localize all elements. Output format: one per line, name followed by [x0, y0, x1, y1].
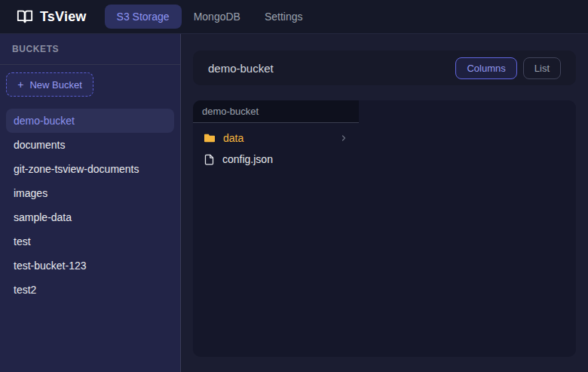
- current-bucket-title: demo-bucket: [208, 62, 274, 75]
- buckets-heading: BUCKETS: [0, 34, 180, 65]
- main-content: demo-bucket Columns List demo-bucket d: [181, 34, 588, 372]
- bucket-item-test2[interactable]: test2: [6, 278, 174, 302]
- bucket-list: demo-bucket documents git-zone-tsview-do…: [0, 97, 180, 314]
- tab-mongodb[interactable]: MongoDB: [182, 5, 253, 29]
- app-title: TsView: [40, 9, 87, 25]
- entry-name: config.json: [222, 153, 273, 165]
- file-browser-panel: demo-bucket data: [193, 100, 576, 357]
- buckets-sidebar: BUCKETS + New Bucket demo-bucket documen…: [0, 34, 181, 372]
- plus-icon: +: [17, 78, 23, 91]
- bucket-header-panel: demo-bucket Columns List: [193, 51, 576, 85]
- new-bucket-label: New Bucket: [29, 79, 81, 91]
- list-view-button[interactable]: List: [523, 57, 561, 79]
- main-nav-tabs: S3 Storage MongoDB Settings: [105, 5, 315, 29]
- view-toggle: Columns List: [455, 57, 561, 79]
- bucket-item-test-bucket-123[interactable]: test-bucket-123: [6, 254, 174, 278]
- app-logo: TsView: [17, 8, 87, 25]
- column-header: demo-bucket: [193, 100, 359, 123]
- book-open-icon: [17, 8, 33, 25]
- entry-name: data: [223, 132, 243, 144]
- tab-settings[interactable]: Settings: [253, 5, 315, 29]
- bucket-item-demo-bucket[interactable]: demo-bucket: [6, 109, 174, 133]
- top-navigation-bar: TsView S3 Storage MongoDB Settings: [0, 0, 588, 34]
- browser-column-root: demo-bucket data: [193, 100, 359, 357]
- bucket-item-images[interactable]: images: [6, 181, 174, 205]
- folder-icon: [204, 132, 216, 144]
- folder-entry-data[interactable]: data: [193, 128, 359, 149]
- tab-s3-storage[interactable]: S3 Storage: [105, 5, 182, 29]
- new-bucket-button[interactable]: + New Bucket: [6, 72, 93, 97]
- chevron-right-icon: [339, 134, 348, 143]
- file-icon: [204, 154, 215, 165]
- bucket-item-documents[interactable]: documents: [6, 133, 174, 157]
- bucket-item-git-zone-tsview-documents[interactable]: git-zone-tsview-documents: [6, 157, 174, 181]
- columns-view-button[interactable]: Columns: [455, 57, 516, 79]
- column-items: data: [193, 123, 359, 174]
- file-entry-config-json[interactable]: config.json: [193, 149, 359, 170]
- bucket-item-sample-data[interactable]: sample-data: [6, 205, 174, 229]
- bucket-item-test[interactable]: test: [6, 229, 174, 254]
- app-shell: BUCKETS + New Bucket demo-bucket documen…: [0, 34, 588, 372]
